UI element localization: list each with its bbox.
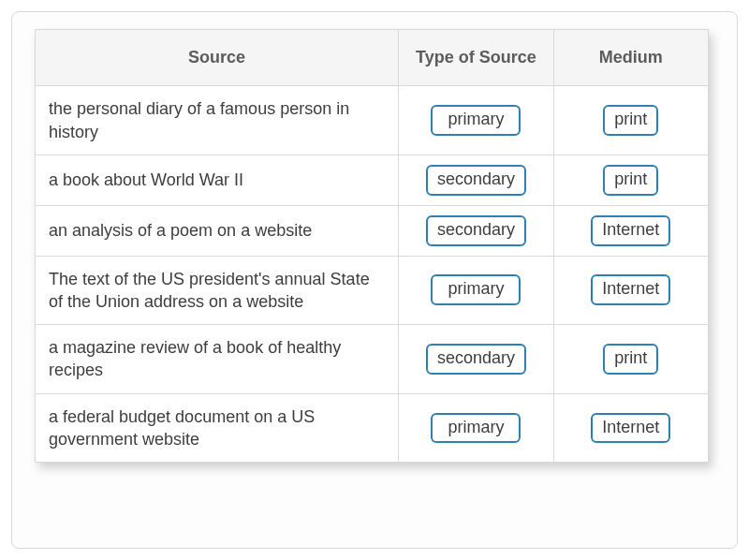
source-table-wrap: Source Type of Source Medium the persona… (35, 29, 709, 463)
medium-cell: print (553, 86, 708, 155)
type-cell: primary (399, 256, 553, 325)
medium-chip[interactable]: print (603, 344, 658, 375)
medium-chip[interactable]: Internet (591, 413, 670, 444)
header-source: Source (36, 30, 399, 86)
type-chip[interactable]: primary (431, 413, 521, 444)
type-chip[interactable]: primary (431, 105, 521, 136)
source-text: an analysis of a poem on a website (36, 205, 399, 256)
source-text: a magazine review of a book of healthy r… (36, 325, 399, 394)
medium-cell: Internet (553, 205, 708, 256)
header-row: Source Type of Source Medium (36, 30, 709, 86)
table-row: the personal diary of a famous person in… (36, 86, 709, 155)
type-cell: secondary (399, 205, 553, 256)
source-table: Source Type of Source Medium the persona… (35, 29, 709, 463)
panel-container: Source Type of Source Medium the persona… (11, 11, 738, 549)
type-cell: primary (399, 393, 553, 463)
source-text: a book about World War II (36, 155, 399, 205)
table-row: a federal budget document on a US govern… (36, 393, 709, 463)
medium-chip[interactable]: print (603, 105, 658, 136)
type-cell: secondary (399, 155, 553, 205)
medium-chip[interactable]: print (603, 165, 658, 196)
source-text: a federal budget document on a US govern… (36, 393, 399, 463)
type-chip[interactable]: primary (431, 274, 521, 305)
source-text: The text of the US president's annual St… (36, 256, 399, 325)
type-chip[interactable]: secondary (426, 215, 526, 246)
header-type: Type of Source (399, 30, 553, 86)
medium-cell: Internet (553, 393, 708, 463)
medium-cell: print (553, 325, 708, 394)
medium-cell: Internet (553, 256, 708, 325)
type-cell: primary (399, 86, 553, 155)
source-text: the personal diary of a famous person in… (36, 86, 399, 155)
medium-chip[interactable]: Internet (591, 215, 670, 246)
table-row: an analysis of a poem on a website secon… (36, 205, 709, 256)
type-cell: secondary (399, 325, 553, 394)
type-chip[interactable]: secondary (426, 165, 526, 196)
table-row: a magazine review of a book of healthy r… (36, 325, 709, 394)
table-row: a book about World War II secondary prin… (36, 155, 709, 205)
medium-cell: print (553, 155, 708, 205)
table-row: The text of the US president's annual St… (36, 256, 709, 325)
medium-chip[interactable]: Internet (591, 274, 670, 305)
header-medium: Medium (553, 30, 708, 86)
type-chip[interactable]: secondary (426, 344, 526, 375)
